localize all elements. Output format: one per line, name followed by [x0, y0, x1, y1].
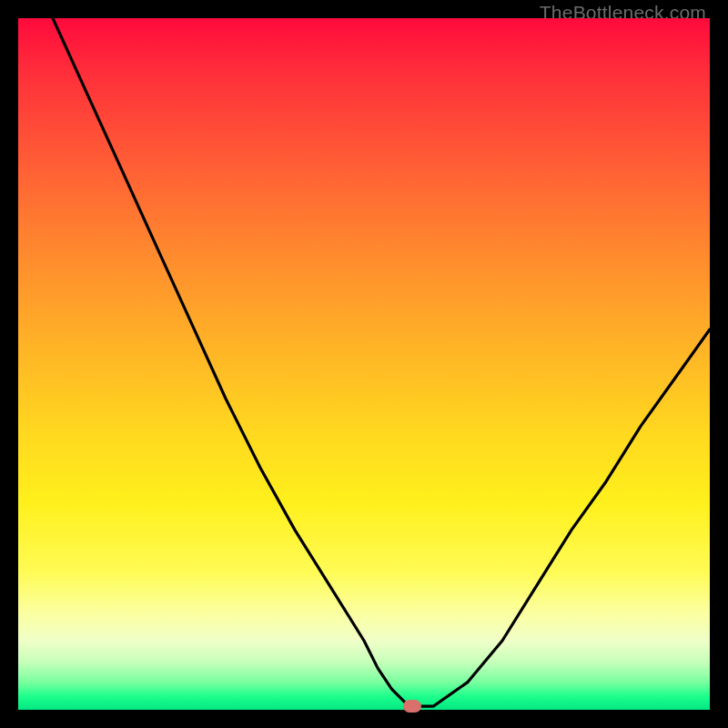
- chart-frame: [18, 18, 710, 710]
- optimal-point-marker: [403, 700, 421, 713]
- chart-background-gradient: [18, 18, 710, 710]
